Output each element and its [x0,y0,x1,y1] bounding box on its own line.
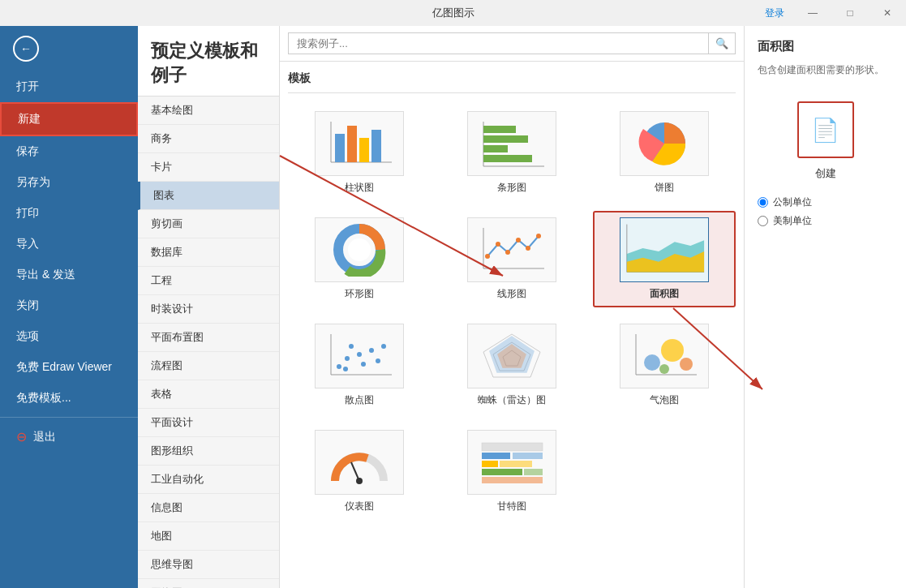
sidebar: ← 打开 新建 保存 另存为 打印 导入 导出 & 发送 关闭 选项 免费 Ed… [0,26,138,588]
category-clipart[interactable]: 剪切画 [138,210,279,238]
svg-point-37 [349,344,354,349]
template-thumb-pie [620,111,709,176]
template-label-gauge: 仪表图 [345,500,374,513]
category-industrial[interactable]: 工业自动化 [138,466,279,494]
svg-point-48 [659,364,669,374]
right-panel: 面积图 包含创建面积图需要的形状。 📄 创建 公制单位 美制单位 [744,26,906,588]
search-button[interactable]: 🔍 [709,32,736,54]
sidebar-item-import[interactable]: 导入 [0,229,138,260]
category-chart[interactable]: 图表 [138,182,279,210]
svg-point-34 [369,348,374,353]
create-label: 创建 [815,166,836,181]
svg-rect-5 [371,130,381,162]
sidebar-item-close[interactable]: 关闭 [0,290,138,321]
category-infochart[interactable]: 信息图 [138,494,279,522]
svg-rect-11 [483,155,532,162]
template-label-strip: 条形图 [497,181,526,195]
template-radar[interactable]: 蜘蛛（雷达）图 [440,317,583,414]
panel-title: 预定义模板和例子 [138,26,279,97]
svg-point-21 [526,246,530,251]
svg-rect-2 [335,134,345,162]
sidebar-item-quit[interactable]: ⊖ 退出 [0,421,138,453]
radio-imperial-input[interactable] [758,216,768,226]
category-engineering[interactable]: 工程 [138,267,279,295]
category-database[interactable]: 数据库 [138,238,279,267]
close-button[interactable]: ✕ [869,0,906,26]
svg-point-31 [343,367,348,371]
sidebar-item-free-templates[interactable]: 免费模板... [0,383,138,414]
category-fashion[interactable]: 时装设计 [138,295,279,324]
svg-point-30 [345,356,350,361]
svg-point-45 [644,354,660,371]
template-label-gantt: 甘特图 [497,500,526,513]
template-label-pie: 饼图 [655,181,674,195]
category-panel: 预定义模板和例子 基本绘图 商务 卡片 图表 剪切画 数据库 工程 时装设计 平… [138,26,280,588]
category-flatdesign[interactable]: 平面设计 [138,409,279,437]
template-label-ring: 环形图 [345,287,374,301]
category-floorplan[interactable]: 平面布置图 [138,324,279,352]
template-ring[interactable]: 环形图 [288,211,431,307]
category-network[interactable]: 网络图 [138,579,279,588]
sidebar-item-open[interactable]: 打开 [0,71,138,102]
template-scatter[interactable]: 散点图 [288,317,431,414]
template-gantt[interactable]: 甘特图 [440,423,583,520]
content-area: 预定义模板和例子 基本绘图 商务 卡片 图表 剪切画 数据库 工程 时装设计 平… [138,26,906,588]
sidebar-item-new[interactable]: 新建 [0,102,138,136]
radio-metric[interactable]: 公制单位 [758,195,893,209]
svg-rect-8 [483,126,516,133]
category-infographic[interactable]: 图形组织 [138,437,279,466]
search-input[interactable] [288,32,709,54]
template-strip[interactable]: 条形图 [440,105,583,201]
category-table[interactable]: 表格 [138,380,279,409]
app-title: 亿图图示 [432,6,474,20]
sidebar-item-export[interactable]: 导出 & 发送 [0,260,138,290]
login-link[interactable]: 登录 [765,6,784,20]
category-business[interactable]: 商务 [138,125,279,153]
svg-rect-54 [513,453,543,459]
create-area: 📄 创建 [758,101,893,181]
template-label-area: 面积图 [650,287,679,301]
template-gauge[interactable]: 仪表图 [288,423,431,520]
svg-rect-51 [482,443,543,451]
radio-imperial[interactable]: 美制单位 [758,214,893,228]
maximize-button[interactable]: □ [831,0,869,26]
category-basic[interactable]: 基本绘图 [138,97,279,125]
category-mindmap[interactable]: 思维导图 [138,551,279,579]
template-pie[interactable]: 饼图 [593,105,736,201]
template-bubble[interactable]: 气泡图 [593,317,736,414]
svg-point-19 [505,250,510,255]
create-button[interactable]: 📄 [797,101,854,158]
template-thumb-scatter [315,324,404,388]
radio-metric-input[interactable] [758,197,768,208]
window-controls: — □ ✕ [794,0,906,26]
svg-point-47 [680,358,693,371]
sidebar-item-print[interactable]: 打印 [0,198,138,229]
template-label-scatter: 散点图 [345,393,374,407]
minimize-button[interactable]: — [794,0,831,26]
sidebar-item-save-as[interactable]: 另存为 [0,167,138,198]
category-map[interactable]: 地图 [138,522,279,551]
template-thumb-gantt [467,430,556,495]
sidebar-item-options[interactable]: 选项 [0,321,138,352]
template-bar[interactable]: 柱状图 [288,105,431,201]
create-document-icon: 📄 [811,117,839,144]
category-card[interactable]: 卡片 [138,153,279,182]
radio-metric-label: 公制单位 [773,195,812,209]
sidebar-item-save[interactable]: 保存 [0,136,138,167]
category-flowchart[interactable]: 流程图 [138,352,279,380]
template-line[interactable]: 线形图 [440,211,583,307]
svg-rect-56 [500,461,532,467]
template-thumb-gauge [315,430,404,495]
templates-scroll[interactable]: 模板 [280,62,744,588]
template-label-radar: 蜘蛛（雷达）图 [478,393,546,407]
templates-section: 模板 [280,62,744,530]
svg-point-29 [337,364,341,369]
radio-imperial-label: 美制单位 [773,214,812,228]
sidebar-item-free-viewer[interactable]: 免费 Edraw Viewer [0,352,138,383]
back-button[interactable]: ← [0,26,138,71]
template-thumb-strip [467,111,556,176]
svg-rect-3 [347,126,357,162]
template-area[interactable]: 面积图 [593,211,736,307]
right-panel-description: 包含创建面积图需要的形状。 [758,62,893,77]
unit-radio-group: 公制单位 美制单位 [758,195,893,228]
